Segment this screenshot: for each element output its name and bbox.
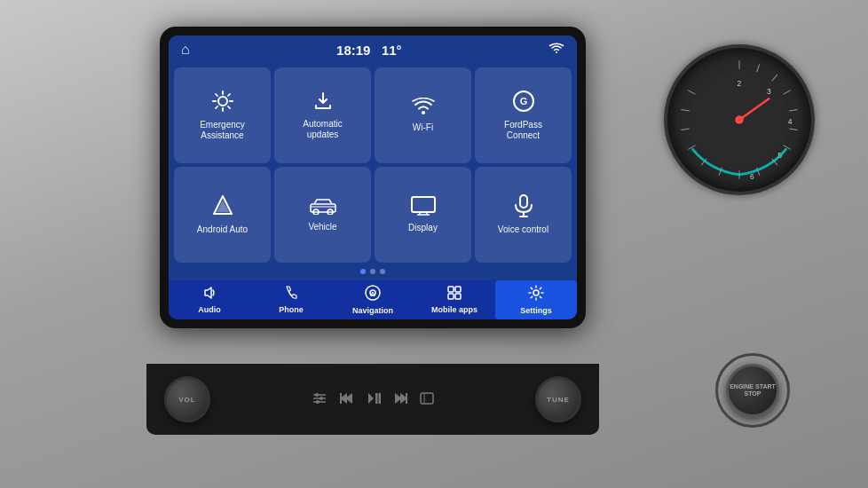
wifi-cell[interactable]: Wi-Fi (375, 67, 471, 163)
svg-rect-44 (379, 393, 382, 404)
wifi-label: Wi-Fi (413, 122, 433, 133)
automatic-updates-icon (312, 91, 334, 115)
instrument-cluster: 2 3 4 5 6 (655, 27, 850, 275)
svg-text:3: 3 (767, 87, 771, 96)
svg-line-51 (757, 64, 760, 72)
audio-icon (202, 286, 217, 303)
svg-rect-43 (375, 393, 378, 404)
wifi-status-icon (548, 43, 564, 58)
clock: 18:19 (336, 43, 370, 58)
prev-track-icon[interactable] (340, 392, 354, 407)
emergency-assistance-label: EmergencyAssistance (200, 120, 245, 141)
audio-label: Audio (198, 305, 221, 314)
svg-line-65 (688, 91, 695, 95)
grid-row-1: EmergencyAssistance Automaticupdates (174, 67, 572, 163)
display-cell[interactable]: Display (375, 167, 471, 263)
svg-line-6 (227, 106, 229, 108)
emergency-assistance-icon (211, 90, 234, 116)
navigation-label: Navigation (352, 306, 393, 315)
dot-3 (380, 269, 385, 274)
vehicle-icon (310, 197, 336, 218)
svg-line-54 (789, 109, 797, 111)
svg-rect-22 (520, 195, 527, 208)
android-auto-cell[interactable]: Android Auto (174, 167, 271, 263)
nav-mobile-apps[interactable]: Mobile apps (414, 280, 495, 319)
vehicle-label: Vehicle (308, 222, 336, 232)
controls-area: VOL (146, 364, 599, 435)
automatic-updates-cell[interactable]: Automaticupdates (274, 67, 371, 163)
dot-1 (360, 269, 366, 274)
eq-icon[interactable] (312, 392, 327, 407)
svg-text:G: G (519, 96, 527, 106)
page-dots (174, 266, 572, 277)
svg-marker-42 (368, 393, 374, 404)
svg-line-55 (789, 129, 797, 130)
svg-point-38 (316, 400, 320, 404)
fordpass-connect-icon: G (512, 90, 535, 116)
navigation-icon: A (365, 285, 381, 304)
phone-label: Phone (279, 305, 304, 314)
svg-point-36 (315, 393, 319, 397)
temperature: 11° (382, 43, 402, 58)
svg-rect-30 (448, 294, 454, 299)
voice-control-icon (513, 194, 534, 221)
svg-point-9 (422, 111, 425, 114)
nav-navigation[interactable]: A Navigation (332, 280, 414, 319)
media-controls (312, 392, 434, 407)
nav-bar: Audio Phone A (169, 280, 577, 319)
next-track-icon[interactable] (393, 392, 407, 407)
automatic-updates-label: Automaticupdates (303, 119, 342, 140)
nav-settings[interactable]: Settings (495, 280, 577, 319)
svg-line-71 (739, 98, 769, 120)
svg-rect-14 (311, 204, 335, 212)
svg-text:4: 4 (788, 117, 793, 126)
svg-rect-29 (455, 287, 461, 292)
svg-text:A: A (370, 290, 375, 298)
svg-rect-41 (340, 393, 342, 404)
settings-label: Settings (520, 306, 552, 315)
svg-line-7 (227, 94, 229, 96)
dot-2 (370, 269, 375, 274)
fordpass-connect-cell[interactable]: G FordPassConnect (475, 67, 572, 163)
voice-control-cell[interactable]: Voice control (475, 167, 572, 263)
emergency-assistance-cell[interactable]: EmergencyAssistance (174, 67, 271, 163)
start-button-ring (715, 353, 790, 428)
tune-knob[interactable]: TUNE (535, 376, 581, 422)
svg-line-5 (215, 94, 217, 96)
svg-rect-18 (412, 197, 435, 212)
display-label: Display (408, 223, 438, 233)
svg-rect-48 (421, 393, 433, 404)
tune-label: TUNE (547, 396, 570, 404)
svg-rect-31 (455, 294, 461, 299)
top-bar: ⌂ 18:19 11° (169, 35, 577, 64)
android-auto-icon (212, 194, 233, 221)
svg-point-37 (320, 397, 323, 400)
grid-row-2: Android Auto V (174, 167, 572, 263)
svg-line-52 (772, 75, 777, 81)
svg-line-64 (681, 109, 689, 111)
svg-line-53 (784, 91, 791, 95)
voice-control-label: Voice control (498, 224, 548, 235)
svg-point-32 (533, 290, 539, 295)
source-icon[interactable] (420, 392, 434, 407)
home-icon[interactable]: ⌂ (181, 42, 190, 58)
speedometer: 2 3 4 5 6 (664, 44, 815, 195)
screen-bezel: ⌂ 18:19 11° (160, 27, 586, 328)
screen: ⌂ 18:19 11° (169, 35, 577, 319)
svg-rect-47 (406, 393, 407, 404)
phone-icon (285, 286, 297, 303)
vol-knob[interactable]: VOL (164, 376, 210, 422)
mobile-apps-label: Mobile apps (431, 305, 477, 314)
time-display: 18:19 11° (190, 43, 548, 58)
vehicle-cell[interactable]: Vehicle (274, 167, 371, 263)
settings-icon (528, 285, 544, 304)
nav-audio[interactable]: Audio (169, 280, 250, 319)
svg-rect-28 (448, 287, 454, 292)
svg-point-72 (735, 115, 744, 124)
svg-text:2: 2 (738, 79, 742, 88)
nav-phone[interactable]: Phone (250, 280, 332, 319)
svg-line-63 (681, 129, 689, 130)
play-pause-icon[interactable] (367, 392, 381, 407)
grid-area: EmergencyAssistance Automaticupdates (169, 64, 577, 280)
svg-point-0 (218, 97, 227, 106)
